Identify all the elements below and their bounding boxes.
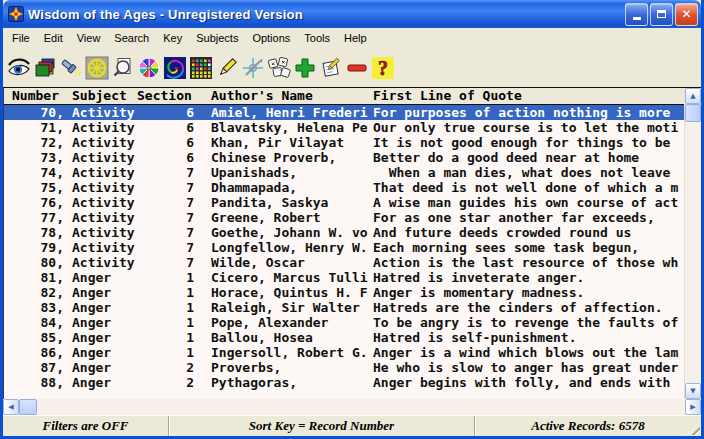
table-row[interactable]: 85,Anger1Ballou, HoseaHatred is self-pun… <box>4 330 684 345</box>
table-row[interactable]: 74,Activity7Upanishads, When a man dies,… <box>4 165 684 180</box>
horizontal-scroll-track[interactable] <box>37 399 685 415</box>
column-header-number[interactable]: Number <box>12 88 59 104</box>
help-icon[interactable]: ? <box>370 54 396 81</box>
cell-author: Raleigh, Sir Walter <box>211 300 371 315</box>
menu-item-search[interactable]: Search <box>107 30 156 47</box>
status-bar: Filters are OFF Sort Key = Record Number… <box>3 415 701 436</box>
cell-section: 1 <box>134 300 194 315</box>
eye-icon[interactable] <box>6 54 32 81</box>
flashlight-icon[interactable] <box>58 54 84 81</box>
cell-quote: Anger is a wind which blows out the lam <box>373 345 683 360</box>
column-header-author[interactable]: Author's Name <box>211 88 313 104</box>
edit-record-icon[interactable] <box>318 54 344 81</box>
table-row[interactable]: 78,Activity7Goethe, Johann W. voAnd futu… <box>4 225 684 240</box>
cell-number: 76, <box>4 195 64 210</box>
spiral-icon[interactable] <box>162 54 188 81</box>
cell-author: Dhammapada, <box>211 180 371 195</box>
cell-quote: A wise man guides his own course of act <box>373 195 683 210</box>
scroll-up-button[interactable]: ▲ <box>685 88 701 104</box>
cell-quote: For as one star another far exceeds, <box>373 210 683 225</box>
toolbar: ? <box>3 48 701 87</box>
column-header-quote[interactable]: First Line of Quote <box>373 88 522 104</box>
cell-author: Pythagoras, <box>211 375 371 390</box>
cell-quote: He who is slow to anger has great under <box>373 360 683 375</box>
minimize-button[interactable] <box>625 3 648 26</box>
vertical-scrollbar[interactable]: ▲ ▼ <box>684 88 701 399</box>
search-document-icon[interactable] <box>110 54 136 81</box>
cell-number: 81, <box>4 270 64 285</box>
close-button[interactable]: ✕ <box>675 3 698 26</box>
cell-author: Proverbs, <box>211 360 371 375</box>
menu-item-tools[interactable]: Tools <box>297 30 337 47</box>
scroll-down-button[interactable]: ▼ <box>685 383 701 399</box>
table-row[interactable]: 71,Activity6Blavatsky, Helena PeOur only… <box>4 120 684 135</box>
table-row[interactable]: 88,Anger2Pythagoras,Anger begins with fo… <box>4 375 684 390</box>
table-row[interactable]: 77,Activity7Greene, RobertFor as one sta… <box>4 210 684 225</box>
cell-quote: Hatreds are the cinders of affection. <box>373 300 683 315</box>
cell-number: 77, <box>4 210 64 225</box>
table-row[interactable]: 73,Activity6Chinese Proverb,Better do a … <box>4 150 684 165</box>
table-row[interactable]: 86,Anger1Ingersoll, Robert G.Anger is a … <box>4 345 684 360</box>
folders-icon[interactable] <box>32 54 58 81</box>
cell-author: Upanishads, <box>211 165 371 180</box>
cell-author: Chinese Proverb, <box>211 150 371 165</box>
sort-key-status: Sort Key = Record Number <box>168 416 474 436</box>
horizontal-scrollbar[interactable]: ◀ ▶ <box>3 399 701 415</box>
delete-record-icon[interactable] <box>344 54 370 81</box>
table-row[interactable]: 75,Activity7Dhammapada,That deed is not … <box>4 180 684 195</box>
cell-section: 6 <box>134 105 194 120</box>
horizontal-scroll-thumb[interactable] <box>19 399 37 415</box>
menu-item-edit[interactable]: Edit <box>37 30 70 47</box>
cell-section: 7 <box>134 195 194 210</box>
table-row[interactable]: 79,Activity7Longfellow, Henry W.Each mor… <box>4 240 684 255</box>
active-records-status: Active Records: 6578 <box>474 416 701 436</box>
cell-number: 83, <box>4 300 64 315</box>
menu-item-subjects[interactable]: Subjects <box>189 30 245 47</box>
minimize-icon <box>633 17 641 20</box>
maximize-button[interactable] <box>650 3 673 26</box>
app-icon <box>8 6 24 22</box>
column-header-section[interactable]: Section <box>137 88 192 104</box>
filters-status: Filters are OFF <box>3 416 168 436</box>
table-row[interactable]: 80,Activity7Wilde, OscarAction is the la… <box>4 255 684 270</box>
cell-section: 7 <box>134 165 194 180</box>
table-row[interactable]: 81,Anger1Cicero, Marcus TulliHatred is i… <box>4 270 684 285</box>
cell-author: Khan, Pir Vilayat <box>211 135 371 150</box>
cell-number: 85, <box>4 330 64 345</box>
cell-author: Cicero, Marcus Tulli <box>211 270 371 285</box>
menu-item-key[interactable]: Key <box>156 30 189 47</box>
vertical-scroll-thumb[interactable] <box>685 104 701 122</box>
table-row[interactable]: 76,Activity7Pandita, SaskyaA wise man gu… <box>4 195 684 210</box>
wheel-icon[interactable] <box>84 54 110 81</box>
keys-icon[interactable] <box>266 54 292 81</box>
cell-author: Horace, Quintus H. F <box>211 285 371 300</box>
menu-item-help[interactable]: Help <box>337 30 374 47</box>
compass-icon[interactable] <box>240 54 266 81</box>
add-record-icon[interactable] <box>292 54 318 81</box>
scroll-left-button[interactable]: ◀ <box>3 399 19 415</box>
column-header-subject[interactable]: Subject <box>72 88 127 104</box>
table-row[interactable]: 84,Anger1Pope, AlexanderTo be angry is t… <box>4 315 684 330</box>
vertical-scroll-track[interactable] <box>685 122 701 383</box>
pinwheel-icon[interactable] <box>136 54 162 81</box>
cell-section: 1 <box>134 285 194 300</box>
menu-item-view[interactable]: View <box>70 30 108 47</box>
pen-icon[interactable] <box>214 54 240 81</box>
cell-author: Greene, Robert <box>211 210 371 225</box>
cell-number: 78, <box>4 225 64 240</box>
menu-item-file[interactable]: File <box>5 30 37 47</box>
cell-number: 75, <box>4 180 64 195</box>
scroll-right-button[interactable]: ▶ <box>685 399 701 415</box>
table-row[interactable]: 82,Anger1Horace, Quintus H. FAnger is mo… <box>4 285 684 300</box>
table-row[interactable]: 70,Activity6Amiel, Henri FrederiFor purp… <box>4 105 684 120</box>
cell-number: 72, <box>4 135 64 150</box>
menu-item-options[interactable]: Options <box>245 30 297 47</box>
cell-author: Wilde, Oscar <box>211 255 371 270</box>
color-grid-icon[interactable] <box>188 54 214 81</box>
table-row[interactable]: 83,Anger1Raleigh, Sir WalterHatreds are … <box>4 300 684 315</box>
cell-number: 73, <box>4 150 64 165</box>
table-row[interactable]: 87,Anger2Proverbs,He who is slow to ange… <box>4 360 684 375</box>
svg-text:?: ? <box>378 57 388 79</box>
table-row[interactable]: 72,Activity6Khan, Pir VilayatIt is not g… <box>4 135 684 150</box>
cell-section: 1 <box>134 345 194 360</box>
